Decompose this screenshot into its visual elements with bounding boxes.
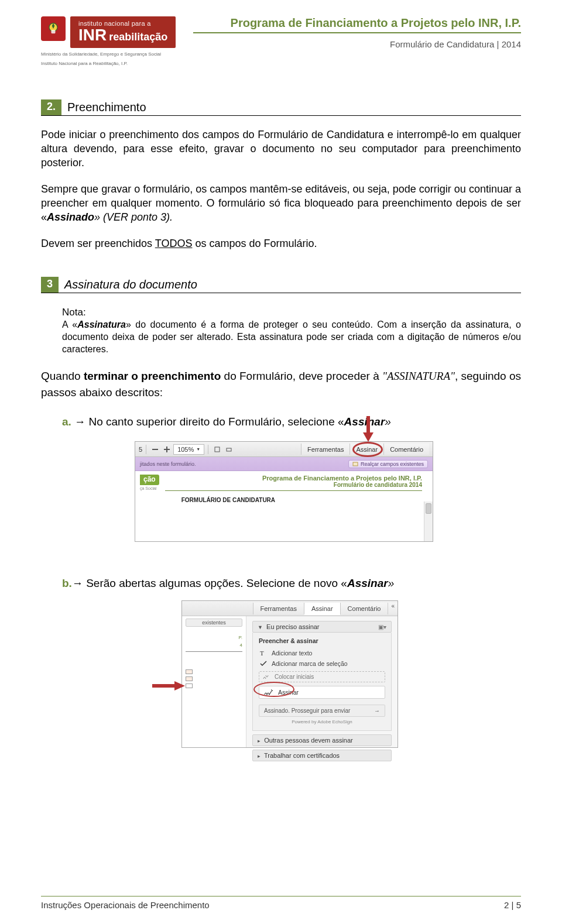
powered-by-label: Powered by Adobe EchoSign xyxy=(259,719,385,724)
document-preview-strip: existentes P. 4 xyxy=(182,616,246,747)
signed-proceed-button[interactable]: Assinado. Prosseguir para enviar → xyxy=(259,705,385,717)
arrow-right-icon: → xyxy=(72,577,83,589)
svg-marker-12 xyxy=(174,681,185,691)
section-assinatura: 3 Assinatura do documento Nota: A «Assin… xyxy=(41,277,521,748)
step-a: a. → No canto superior direito do Formul… xyxy=(62,415,521,428)
sign-panel: ▼ Eu preciso assinar ▣▾ Preencher & assi… xyxy=(246,616,397,747)
section-preenchimento: 2. Preenchimento Pode iniciar o preenchi… xyxy=(41,99,521,250)
ministry-line-2: Instituto Nacional para a Reabilitação, … xyxy=(41,61,193,67)
doc-program-sub: Formulário de candidatura 2014 xyxy=(165,482,422,488)
section-2-paragraph-3: Devem ser preenchidos TODOS os campos do… xyxy=(41,236,521,250)
footer-left: Instruções Operacionais de Preenchimento xyxy=(41,900,210,910)
form-fields-banner: jitados neste formulário. Realçar campos… xyxy=(135,457,433,471)
zoom-level[interactable]: 105%▼ xyxy=(173,444,204,455)
option-add-checkmark[interactable]: Adicionar marca de seleção xyxy=(259,658,385,669)
svg-rect-1 xyxy=(52,30,56,33)
brand-smallprint: instituto nacional para a xyxy=(78,20,167,27)
note-label: Nota: xyxy=(62,306,521,319)
option-add-text[interactable]: T Adicionar texto xyxy=(259,648,385,658)
doc-program-title: Programa de Financiamento a Projetos pel… xyxy=(165,475,422,482)
accordion-others-sign[interactable]: ▸ Outras pessoas devem assinar xyxy=(252,734,392,746)
pdf-toolbar: 5 105%▼ Ferramentas Assinar Comentário xyxy=(135,442,433,457)
note-text: A «Assinatura» do documento é a forma de… xyxy=(62,319,521,355)
tab-ferramentas[interactable]: Ferramentas xyxy=(253,603,304,614)
option-assinar[interactable]: Assinar xyxy=(259,686,385,699)
signature-icon xyxy=(264,689,273,696)
tool-icon[interactable] xyxy=(212,444,222,455)
tab-ferramentas[interactable]: Ferramentas xyxy=(301,444,349,455)
section-2-paragraph-1: Pode iniciar o preenchimento dos campos … xyxy=(41,128,521,170)
page-header: instituto nacional para a INR reabilitaç… xyxy=(41,16,521,67)
tab-assinar[interactable]: Assinar xyxy=(349,444,383,455)
accordion-eu-preciso-assinar[interactable]: ▼ Eu preciso assinar ▣▾ xyxy=(252,621,392,633)
page-footer: Instruções Operacionais de Preenchimento… xyxy=(41,896,521,910)
accordion-certificates[interactable]: ▸ Trabalhar com certificados xyxy=(252,750,392,761)
step-a-letter: a. xyxy=(62,415,71,428)
program-title: Programa de Financiamento a Projetos pel… xyxy=(193,16,521,32)
pdf-toolbar: Ferramentas Assinar Comentário « xyxy=(182,601,397,616)
header-rule xyxy=(193,32,521,33)
options-icon[interactable]: ▣▾ xyxy=(378,624,386,630)
text-icon: T xyxy=(260,650,267,657)
option-place-initials[interactable]: Colocar iniciais xyxy=(259,671,385,682)
logo-fragment-sub: ça Social xyxy=(140,486,156,490)
checkmark-icon xyxy=(260,660,267,667)
screenshot-sign-panel: Ferramentas Assinar Comentário « existen… xyxy=(181,600,398,748)
arrow-right-icon: → xyxy=(374,707,380,714)
zoom-out-icon[interactable] xyxy=(150,444,160,455)
step-b-letter: b. xyxy=(62,577,72,589)
inr-logo: instituto nacional para a INR reabilitaç… xyxy=(70,16,176,48)
scrollbar[interactable] xyxy=(424,501,433,541)
screenshot-assinar-tab: 5 105%▼ Ferramentas Assinar Comentário xyxy=(135,441,433,542)
banner-text: jitados neste formulário. xyxy=(140,461,196,467)
tool-icon[interactable] xyxy=(224,444,234,455)
toolbar-page-number: 5 xyxy=(139,446,142,453)
logo-fragment: ção xyxy=(140,475,159,485)
tab-comentario[interactable]: Comentário xyxy=(383,444,429,455)
brand-acronym: INR xyxy=(78,27,107,43)
section-3-note: Nota: A «Assinatura» do documento é a fo… xyxy=(62,306,521,355)
section-3-title: Assinatura do documento xyxy=(59,277,203,293)
fill-and-sign-heading: Preencher & assinar xyxy=(259,637,385,644)
brand-word: reabilitação xyxy=(109,32,167,42)
section-2-title: Preenchimento xyxy=(61,99,152,115)
logo-block: instituto nacional para a INR reabilitaç… xyxy=(41,16,193,67)
field-row xyxy=(186,683,242,688)
svg-rect-11 xyxy=(152,684,176,688)
header-subtitle: Formulário de Candidatura | 2014 xyxy=(193,39,521,49)
section-2-paragraph-2: Sempre que gravar o formulário, os campo… xyxy=(41,182,521,225)
svg-marker-3 xyxy=(363,432,373,442)
svg-rect-2 xyxy=(366,416,370,434)
tab-comentario[interactable]: Comentário xyxy=(340,603,388,614)
svg-rect-6 xyxy=(166,446,167,452)
highlight-chip: existentes xyxy=(186,619,242,627)
red-arrow-right-icon xyxy=(152,681,185,691)
field-row xyxy=(186,669,242,674)
close-panel-icon[interactable]: « xyxy=(388,603,397,614)
zoom-in-icon[interactable] xyxy=(162,444,172,455)
ministry-line-1: Ministério da Solidariedade, Emprego e S… xyxy=(41,51,193,57)
tab-assinar[interactable]: Assinar xyxy=(304,603,340,615)
initials-icon xyxy=(263,674,271,680)
field-row xyxy=(186,676,242,681)
svg-text:T: T xyxy=(260,650,264,657)
section-3-number: 3 xyxy=(41,277,59,293)
arrow-right-icon: → xyxy=(74,415,85,428)
coat-of-arms-icon xyxy=(41,16,66,41)
step-b: b.→ Serão abertas algumas opções. Seleci… xyxy=(62,577,521,590)
svg-rect-8 xyxy=(227,448,231,451)
svg-rect-7 xyxy=(215,447,220,452)
section-3-lead: Quando terminar o preenchimento do Formu… xyxy=(41,368,521,400)
section-2-number: 2. xyxy=(41,99,61,115)
highlight-fields-button[interactable]: Realçar campos existentes xyxy=(348,460,428,468)
doc-form-title: FORMULÁRIO DE CANDIDATURA xyxy=(165,497,422,503)
footer-page-number: 2 | 5 xyxy=(504,900,521,910)
svg-rect-9 xyxy=(353,462,358,466)
svg-rect-4 xyxy=(152,449,158,450)
tiny-label: 4 xyxy=(186,643,242,648)
red-arrow-down-icon xyxy=(363,416,373,442)
tiny-label: P. xyxy=(186,635,242,640)
pdf-document-preview: ção ça Social Programa de Financiamento … xyxy=(135,471,433,541)
